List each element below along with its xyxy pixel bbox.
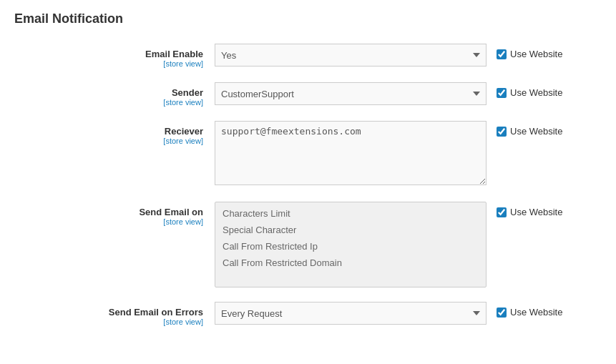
- use-website-label-sender[interactable]: Use Website: [497, 87, 562, 98]
- label-col-email-enable: Email Enable[store view]: [14, 44, 215, 68]
- form-row-email-enable: Email Enable[store view]YesNoUse Website: [14, 44, 602, 68]
- email-notification-form: Email Enable[store view]YesNoUse Website…: [14, 44, 602, 326]
- control-col-receiver: [215, 121, 487, 187]
- control-col-email-enable: YesNo: [215, 44, 487, 67]
- use-website-text-send-email-on-errors: Use Website: [510, 307, 562, 318]
- sublabel-send-email-on-errors: [store view]: [14, 318, 203, 326]
- use-website-checkbox-send-email-on[interactable]: [497, 207, 507, 217]
- sublabel-sender: [store view]: [14, 98, 203, 107]
- label-col-send-email-on-errors: Send Email on Errors[store view]: [14, 302, 215, 326]
- use-website-checkbox-receiver[interactable]: [497, 127, 507, 137]
- textarea-receiver[interactable]: [215, 121, 487, 185]
- use-website-checkbox-sender[interactable]: [497, 88, 507, 98]
- label-receiver: Reciever: [14, 126, 203, 137]
- control-col-send-email-on: Characters LimitSpecial CharacterCall Fr…: [215, 202, 487, 287]
- use-website-col-send-email-on: Use Website: [487, 202, 587, 217]
- form-row-sender: Sender[store view]CustomerSupportGeneral…: [14, 82, 602, 107]
- label-col-sender: Sender[store view]: [14, 82, 215, 107]
- use-website-col-send-email-on-errors: Use Website: [487, 302, 587, 318]
- form-row-send-email-on-errors: Send Email on Errors[store view]Every Re…: [14, 302, 602, 326]
- use-website-checkbox-send-email-on-errors[interactable]: [497, 308, 507, 318]
- label-email-enable: Email Enable: [14, 49, 203, 59]
- use-website-label-email-enable[interactable]: Use Website: [497, 49, 562, 59]
- use-website-label-send-email-on[interactable]: Use Website: [497, 207, 562, 217]
- use-website-text-sender: Use Website: [510, 87, 562, 98]
- multiselect-send-email-on[interactable]: Characters LimitSpecial CharacterCall Fr…: [215, 202, 487, 287]
- sublabel-email-enable: [store view]: [14, 59, 203, 68]
- label-sender: Sender: [14, 87, 203, 98]
- sublabel-receiver: [store view]: [14, 137, 203, 145]
- control-col-sender: CustomerSupportGeneralSales: [215, 82, 487, 105]
- use-website-col-receiver: Use Website: [487, 121, 587, 137]
- use-website-col-sender: Use Website: [487, 82, 587, 98]
- label-send-email-on-errors: Send Email on Errors: [14, 307, 203, 318]
- select-email-enable[interactable]: YesNo: [215, 44, 487, 67]
- use-website-text-receiver: Use Website: [510, 126, 562, 137]
- sublabel-send-email-on: [store view]: [14, 217, 203, 226]
- label-send-email-on: Send Email on: [14, 207, 203, 217]
- label-col-send-email-on: Send Email on[store view]: [14, 202, 215, 226]
- use-website-text-send-email-on: Use Website: [510, 207, 562, 217]
- label-col-receiver: Reciever[store view]: [14, 121, 215, 145]
- use-website-label-receiver[interactable]: Use Website: [497, 126, 562, 137]
- form-row-send-email-on: Send Email on[store view]Characters Limi…: [14, 202, 602, 287]
- use-website-label-send-email-on-errors[interactable]: Use Website: [497, 307, 562, 318]
- form-row-receiver: Reciever[store view]Use Website: [14, 121, 602, 187]
- select-send-email-on-errors[interactable]: Every RequestNeverDaily: [215, 302, 487, 325]
- use-website-checkbox-email-enable[interactable]: [497, 49, 507, 59]
- use-website-col-email-enable: Use Website: [487, 44, 587, 59]
- control-col-send-email-on-errors: Every RequestNeverDaily: [215, 302, 487, 325]
- select-sender[interactable]: CustomerSupportGeneralSales: [215, 82, 487, 105]
- use-website-text-email-enable: Use Website: [510, 49, 562, 59]
- page-title: Email Notification: [14, 11, 602, 26]
